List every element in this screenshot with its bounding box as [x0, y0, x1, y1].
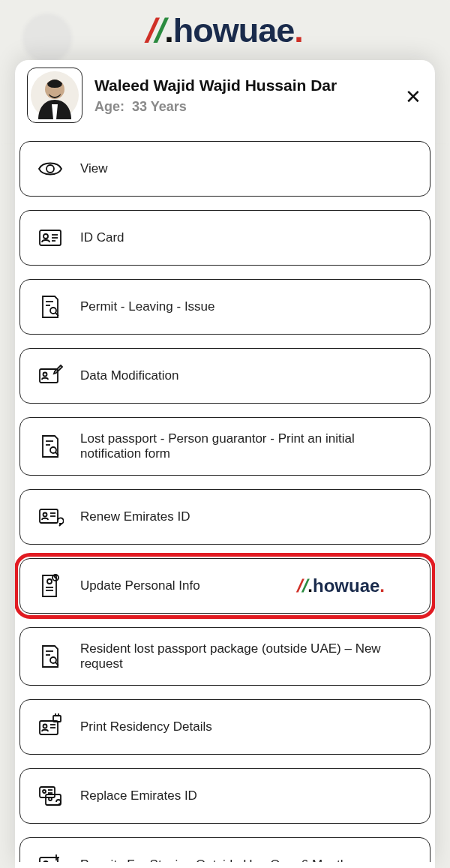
eye-icon: [37, 155, 64, 182]
id-plus-icon: [37, 851, 64, 862]
brand-logo: //.howuae.: [147, 11, 303, 50]
menu-item-resident-lost-passport[interactable]: Resident lost passport package (outside …: [20, 627, 430, 686]
document-search-icon: [37, 643, 64, 670]
svg-point-43: [49, 797, 52, 800]
menu-item-replace-eid[interactable]: Replace Emirates ID: [20, 768, 430, 824]
menu-label: Lost passport - Person guarantor - Print…: [80, 431, 413, 461]
menu-item-permit-leaving[interactable]: Permit - Leaving - Issue: [20, 279, 430, 335]
profile-edit-icon: [37, 572, 64, 599]
svg-point-10: [50, 308, 56, 314]
svg-point-4: [44, 234, 48, 239]
menu-item-view[interactable]: View: [20, 141, 430, 197]
menu-label: Permits For Staying Outside Uae Over 6 M…: [80, 857, 354, 862]
id-card-icon: [37, 224, 64, 251]
svg-point-29: [50, 657, 56, 663]
menu-label: Renew Emirates ID: [80, 509, 190, 524]
svg-rect-44: [40, 857, 58, 862]
menu-list: View ID Card: [15, 137, 435, 862]
menu-item-id-card[interactable]: ID Card: [20, 210, 430, 266]
svg-point-16: [50, 447, 56, 453]
menu-label: Print Residency Details: [80, 719, 212, 734]
card-edit-icon: [37, 362, 64, 389]
menu-item-data-modification[interactable]: Data Modification: [20, 348, 430, 404]
menu-item-renew-eid[interactable]: Renew Emirates ID: [20, 489, 430, 545]
svg-point-19: [44, 513, 47, 517]
document-search-icon: [37, 433, 64, 460]
menu-label: Resident lost passport package (outside …: [80, 641, 413, 671]
user-name: Waleed Wajid Wajid Hussain Dar: [94, 77, 337, 95]
svg-point-22: [47, 579, 52, 584]
id-refresh-icon: [37, 503, 64, 530]
menu-label: Replace Emirates ID: [80, 788, 197, 803]
menu-item-print-residency[interactable]: Print Residency Details: [20, 699, 430, 755]
brand-text: howuae: [173, 11, 295, 50]
brand-logo-inline: //.howuae.: [298, 575, 385, 596]
menu-item-lost-passport[interactable]: Lost passport - Person guarantor - Print…: [20, 417, 430, 476]
menu-label: Permit - Leaving - Issue: [80, 299, 215, 314]
svg-point-39: [43, 790, 46, 793]
menu-label: Update Personal Info: [80, 578, 200, 593]
svg-rect-38: [40, 787, 55, 797]
svg-point-32: [44, 725, 47, 728]
menu-label: View: [80, 161, 108, 176]
close-button[interactable]: ✕: [402, 86, 424, 108]
user-info: Waleed Wajid Wajid Hussain Dar Age: 33 Y…: [94, 77, 337, 115]
modal-header: Waleed Wajid Wajid Hussain Dar Age: 33 Y…: [15, 60, 435, 137]
svg-point-2: [46, 165, 54, 173]
svg-point-13: [44, 373, 47, 377]
menu-label: ID Card: [80, 230, 124, 245]
document-search-icon: [37, 293, 64, 320]
id-print-icon: [37, 713, 64, 740]
user-age: Age: 33 Years: [94, 99, 337, 115]
menu-label: Data Modification: [80, 368, 178, 383]
menu-item-update-personal-info[interactable]: Update Personal Info //.howuae.: [20, 558, 430, 614]
id-swap-icon: [37, 782, 64, 809]
avatar: [27, 68, 82, 123]
action-sheet: Waleed Wajid Wajid Hussain Dar Age: 33 Y…: [15, 60, 435, 868]
svg-point-45: [44, 861, 48, 862]
menu-item-permits-staying-outside[interactable]: Permits For Staying Outside Uae Over 6 M…: [20, 837, 430, 862]
